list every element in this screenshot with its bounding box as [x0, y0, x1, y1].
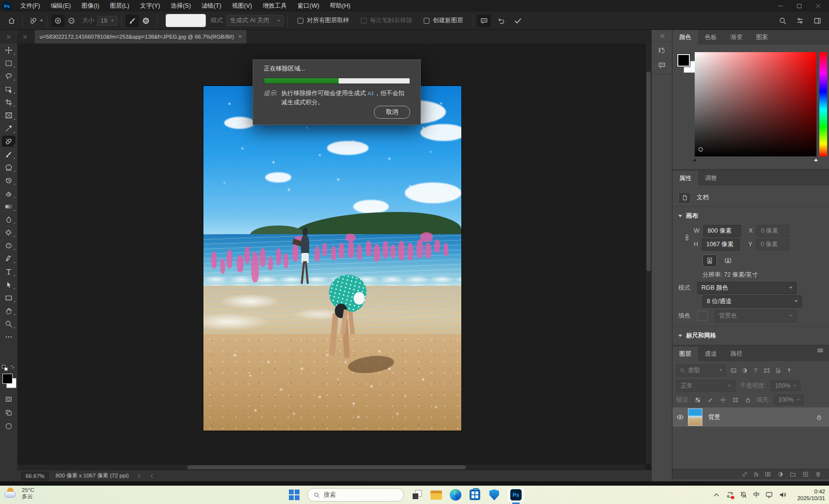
hand-tool[interactable] [0, 304, 17, 317]
toggle-icon[interactable] [786, 367, 792, 374]
horizontal-scrollbar[interactable] [17, 464, 645, 470]
taskbar-clock[interactable]: 0:42 2025/10/31 [792, 488, 825, 502]
layer-name[interactable]: 背景 [708, 413, 720, 421]
layers-tab-0[interactable]: 图层 [672, 347, 698, 361]
color-tab-1[interactable]: 色板 [698, 30, 724, 44]
menu-item[interactable]: 图层(L) [104, 0, 134, 12]
feedback-button[interactable] [477, 14, 491, 27]
generative-ai-dropdown[interactable]: 生成式 AI 关闭 [227, 15, 284, 26]
extra-rail-button[interactable] [0, 420, 17, 433]
dodge-tool[interactable] [0, 226, 17, 239]
status-popup-icon[interactable] [136, 473, 142, 479]
eraser-tool[interactable] [0, 187, 17, 200]
photo-canvas[interactable] [203, 86, 461, 431]
blur-tool[interactable] [0, 213, 17, 226]
photoshop-taskbar-button[interactable]: Ps [507, 488, 525, 502]
checkbox-2[interactable]: 创建新图层 [424, 16, 463, 25]
checkerboard-icon[interactable] [695, 397, 701, 403]
search-icon[interactable] [779, 17, 786, 25]
bit-depth-dropdown[interactable]: 8 位/通道 [702, 295, 802, 308]
delete-icon[interactable] [815, 471, 821, 477]
clone-stamp-tool[interactable] [0, 161, 17, 174]
spot-healing-tool[interactable] [0, 135, 17, 148]
display-tray-icon[interactable] [765, 491, 773, 499]
path-select-tool[interactable] [0, 278, 17, 291]
fill-swatch[interactable] [697, 311, 708, 321]
horizontal-scrollbar-thumb[interactable] [187, 465, 466, 469]
layer-filter-field[interactable]: 类型 [676, 364, 726, 377]
menu-item[interactable]: 文字(Y) [135, 0, 166, 12]
color-tab-2[interactable]: 渐变 [724, 30, 749, 44]
menu-item[interactable]: 图像(I) [76, 0, 105, 12]
taskbar-search[interactable]: 搜索 [307, 488, 404, 502]
workspace-icon[interactable] [814, 17, 821, 25]
highlight-ramp-arrow[interactable] [814, 158, 818, 161]
close-tab-icon[interactable]: × [238, 33, 242, 40]
adjustment-icon[interactable] [777, 471, 784, 477]
vertical-scrollbar[interactable] [645, 43, 651, 464]
image-icon[interactable] [730, 367, 737, 374]
minimize-icon[interactable] [777, 3, 784, 9]
menu-item[interactable]: 选择(S) [165, 0, 196, 12]
layers-tab-1[interactable]: 通道 [698, 347, 724, 361]
color-mode-dropdown[interactable]: RGB 颜色 [697, 282, 797, 294]
new-layer-icon[interactable] [802, 471, 809, 477]
close-window-icon[interactable] [815, 3, 821, 9]
layer-thumbnail[interactable] [688, 408, 702, 426]
canvas-section-header[interactable]: 画布 [672, 210, 829, 221]
shape-icon[interactable] [764, 367, 770, 374]
history-panel-icon[interactable] [658, 47, 666, 55]
adjustment-icon[interactable] [742, 367, 748, 374]
foreground-color-swatch[interactable] [2, 374, 13, 384]
file-explorer-button[interactable] [430, 489, 443, 501]
menu-item[interactable]: 文件(F) [15, 0, 45, 12]
eyedropper-tool[interactable] [0, 122, 17, 135]
do-not-disturb-icon[interactable] [740, 491, 747, 499]
move-tool[interactable] [0, 43, 17, 56]
hue-slider[interactable] [819, 52, 827, 156]
start-button[interactable] [288, 489, 300, 501]
size-field[interactable]: 19 [97, 16, 117, 26]
mask-icon[interactable] [765, 471, 771, 477]
adjustments-icon[interactable] [796, 17, 804, 25]
frame-tool[interactable] [0, 109, 17, 122]
marquee-tool[interactable] [0, 56, 17, 70]
volume-tray-icon[interactable] [779, 491, 786, 499]
expand-tools-button[interactable] [0, 30, 17, 43]
canvas-view[interactable]: 正在移除区域... 提示: 执行移除操作可能会使用生成式 AI，但不会扣减生成式… [17, 43, 651, 464]
quick-mask-button[interactable] [0, 393, 17, 406]
collapse-panels-button[interactable] [652, 30, 672, 42]
add-to-selection-button[interactable] [51, 14, 65, 27]
link-icon[interactable] [742, 471, 748, 477]
color-tab-3[interactable]: 图案 [749, 30, 775, 44]
brush-tool[interactable] [0, 148, 17, 161]
brush-small-icon[interactable] [707, 397, 714, 403]
smart-object-icon[interactable] [775, 367, 781, 374]
layers-tab-2[interactable]: 路径 [724, 347, 749, 361]
swap-colors-icon[interactable] [10, 364, 15, 370]
rulers-section-header[interactable]: 标尺和网格 [672, 330, 829, 341]
menu-item[interactable]: 窗口(W) [292, 0, 325, 12]
menu-item[interactable]: 增效工具 [257, 0, 292, 12]
height-field[interactable]: 1067 像素 [702, 238, 740, 251]
vertical-scrollbar-thumb[interactable] [646, 71, 651, 271]
landscape-orientation-button[interactable] [721, 254, 735, 267]
maximize-icon[interactable] [796, 3, 802, 9]
collapse-left-button[interactable] [17, 30, 33, 43]
type-tool[interactable] [0, 265, 17, 278]
panel-menu-icon[interactable] [816, 347, 829, 354]
screen-mode-button[interactable] [0, 406, 17, 419]
properties-tab-0[interactable]: 属性 [672, 171, 698, 185]
shadow-ramp-arrow[interactable] [693, 158, 697, 161]
sponge-tool[interactable] [0, 239, 17, 252]
folder-icon[interactable] [790, 471, 796, 477]
taskbar-weather-widget[interactable]: 25°C多云 [4, 487, 34, 500]
foreground-swatch[interactable] [677, 54, 690, 67]
checkbox-0[interactable]: 对所有图层取样 [298, 16, 349, 25]
properties-tab-1[interactable]: 调整 [698, 171, 724, 185]
layer-row-background[interactable]: 背景 [672, 407, 829, 427]
task-view-button[interactable] [411, 489, 423, 501]
tray-overflow-icon[interactable] [713, 491, 720, 499]
rectangle-tool[interactable] [0, 291, 17, 304]
brush-settings-button[interactable] [126, 14, 139, 27]
